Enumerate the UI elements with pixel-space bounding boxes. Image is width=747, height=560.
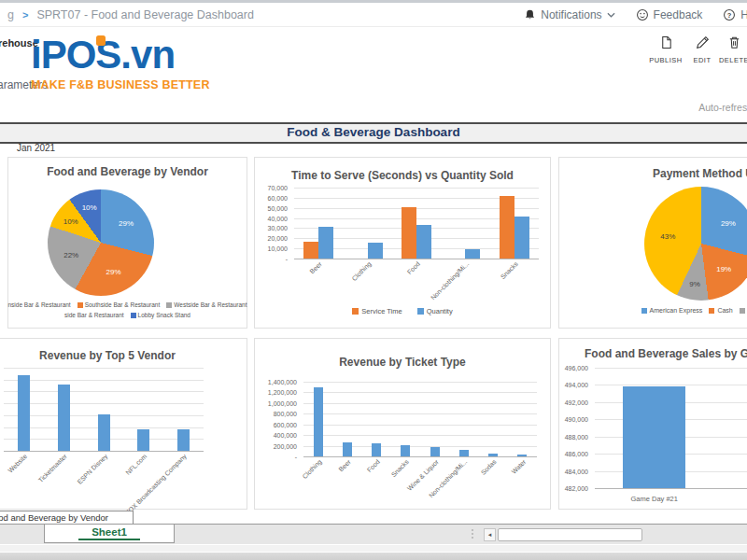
bar[interactable] [465,249,480,259]
x-axis-category-label: Website [7,453,29,474]
bottom-strip [0,545,747,552]
chart-panel-time-to-serve: Time to Serve (Seconds) vs Quantity Sold… [254,157,551,329]
legend-item: Quantity [417,307,453,315]
x-axis-category-label: Clothing [350,260,372,282]
y-axis-tick-label: 486,000 [565,451,588,457]
legend-swatch-icon [740,308,745,314]
sheet-tab-sheet1[interactable]: Sheet1 [44,524,175,543]
legend-item: Westside Bar & Restaurant [166,300,247,310]
chart-panel-top5-vendor: Revenue by Top 5 Vendor WebsiteTicketmas… [0,338,247,510]
notifications-menu[interactable]: Notifications [524,8,614,21]
pie-chart-payment-method[interactable]: 29%19%9%43%American ExpressCashComp [559,158,747,328]
topbar-actions: Notifications Feedback ? Help [524,8,747,21]
dashboard-title: Food & Beverage Dashboard [0,122,747,144]
gridline [4,380,204,381]
edit-button[interactable]: EDIT [688,35,716,64]
feedback-label: Feedback [654,8,703,21]
x-axis-category-label: Game Day #21 [631,495,678,503]
y-axis-tick-label: 60,000 [268,194,288,201]
gridline [303,413,537,414]
bar[interactable] [514,217,529,259]
smiley-icon [636,8,649,21]
chart-legend: American ExpressCashComp [559,305,747,315]
legend-label: nside Bar & Restaurant [7,300,70,310]
gridline [294,188,539,189]
legend-label: side Bar & Restaurant [64,310,124,320]
trash-icon [727,36,741,52]
x-axis-category-label: NFL.com [125,453,148,476]
bar-chart-time-to-serve[interactable]: 70,00060,00050,00040,00030,00020,00010,0… [255,158,550,328]
bar-chart-ticket-type[interactable]: 1,400,0001,200,0001,000,000800,000600,00… [255,339,550,509]
y-axis: 496,000494,000492,000490,000488,000486,0… [559,368,591,488]
gridline [303,435,537,436]
legend-item: Southside Bar & Restaurant [78,300,161,310]
bar-chart-top5-vendor[interactable]: WebsiteTicketmasterESPN DisneyNFL.comFOX… [0,339,247,509]
pie[interactable]: 29%29%22%10%10% [48,189,154,296]
page-icon [659,36,673,52]
feedback-button[interactable]: Feedback [636,8,703,21]
bar[interactable] [314,387,323,456]
bar[interactable] [137,429,149,451]
logo-text: iPOS.vn [31,34,210,77]
ipos-logo: iPOS.vn MAKE F&B BUSINESS BETTER [31,34,210,91]
pencil-icon [696,36,710,52]
y-axis-tick-label: 600,000 [274,421,297,427]
publish-button[interactable]: PUBLISH [644,35,687,64]
legend-item: American Express [641,305,703,315]
bar[interactable] [18,375,30,451]
legend-swatch-icon [641,308,647,314]
bar[interactable] [430,447,440,456]
bell-icon [524,8,536,21]
chart-panel-ticket-type: Revenue by Ticket Type 1,400,0001,200,00… [254,338,551,510]
y-axis-tick-label: 200,000 [274,442,297,449]
x-axis-category-label: Non-clothing/Mi... [430,260,470,301]
y-axis-tick-label: 50,000 [268,204,288,211]
pie-chart-vendor[interactable]: 29%29%22%10%10%nside Bar & RestaurantSou… [8,158,247,328]
bar[interactable] [623,386,685,488]
x-axis-category-label: Water [510,458,527,475]
legend-label: American Express [650,305,703,315]
bar[interactable] [372,443,381,456]
bar[interactable] [98,414,110,451]
bar[interactable] [177,429,190,451]
status-bar [0,553,747,560]
bar[interactable] [402,207,416,259]
horizontal-scrollbar-thumb[interactable] [498,528,642,541]
bar[interactable] [303,242,318,259]
bar[interactable] [368,243,383,259]
bar[interactable] [58,385,70,451]
gridline [303,446,537,447]
publish-label: PUBLISH [644,56,687,64]
legend-item: Lobby Snack Stand [131,310,190,320]
name-box[interactable]: Food and Beverage by Vendor [0,511,134,525]
breadcrumb-item-parent[interactable]: g [7,8,14,21]
bar[interactable] [343,442,352,456]
y-axis-tick-label: 496,000 [565,365,588,371]
chart-legend: nside Bar & RestaurantSouthside Bar & Re… [8,300,247,320]
logo-tagline: MAKE F&B BUSINESS BETTER [31,78,210,91]
gridline [4,391,204,392]
bar[interactable] [318,227,333,259]
bar[interactable] [416,225,431,259]
pie-slice-label: 19% [716,265,731,273]
plot-area [294,188,539,259]
legend-row: nside Bar & RestaurantSouthside Bar & Re… [8,300,247,310]
bar[interactable] [500,196,514,259]
gridline [303,392,537,393]
bar-chart-game-day[interactable]: 496,000494,000492,000490,000488,000486,0… [559,339,747,509]
pie-slice-label: 10% [82,203,97,212]
legend-swatch-icon [352,308,359,315]
export-button[interactable]: EXPORT [742,35,747,64]
legend-label: Lobby Snack Stand [138,310,190,320]
x-axis-category-label: Food [406,260,421,275]
gridline [303,382,537,383]
scroll-left-button[interactable]: ◂ [484,528,496,541]
pie[interactable]: 29%19%9%43% [644,187,747,301]
bar[interactable] [401,445,410,456]
help-button[interactable]: ? Help [723,8,747,21]
drag-handle[interactable] [472,529,473,539]
notifications-label: Notifications [541,8,601,21]
y-axis-tick-label: - [295,454,297,460]
y-axis-tick-label: 40,000 [268,215,288,221]
legend-label: Westside Bar & Restaurant [174,300,247,310]
